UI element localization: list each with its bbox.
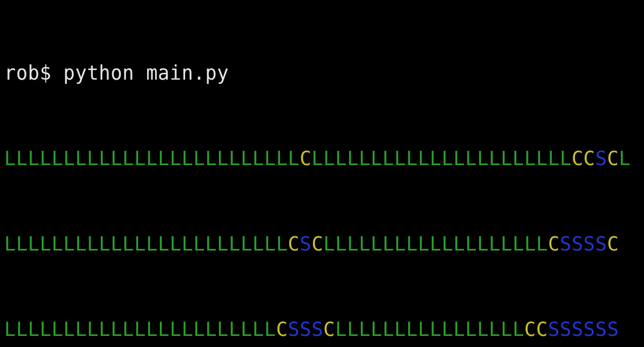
tile-L: LLLLLLLLLLLLLLLLLLLLLL — [312, 147, 572, 170]
tile-L: LLLLLLLLLLLLLLLLLLLLLLLL — [4, 233, 288, 255]
shell-prompt: rob$ — [4, 62, 52, 84]
tile-C: CC — [524, 318, 548, 341]
command-text: python main.py — [63, 62, 229, 84]
tile-C: CC — [572, 147, 595, 170]
tile-C: C — [323, 318, 335, 341]
tile-C: C — [607, 233, 619, 255]
tile-S: S — [595, 147, 607, 170]
tile-S: SSSSSS — [548, 318, 619, 341]
tile-L: LLLLLLLLLLLLLLLLLLLLLLLLL — [4, 147, 300, 170]
tile-S: SSSS — [560, 233, 607, 255]
tile-S: S — [300, 233, 311, 255]
tile-C: C — [312, 233, 323, 255]
tile-S: SSS — [288, 318, 323, 341]
tile-L: LLLLLLLLLLLLLLLLLLL — [323, 233, 548, 255]
tile-C: C — [300, 147, 311, 170]
output-row: LLLLLLLLLLLLLLLLLLLLLLLCSSSCLLLLLLLLLLLL… — [4, 315, 640, 344]
tile-C: C — [607, 147, 619, 170]
output-row: LLLLLLLLLLLLLLLLLLLLLLLLCSCLLLLLLLLLLLLL… — [4, 230, 640, 258]
output-row: LLLLLLLLLLLLLLLLLLLLLLLLLCLLLLLLLLLLLLLL… — [4, 144, 640, 173]
tile-C: C — [288, 233, 300, 255]
tile-C: C — [548, 233, 560, 255]
command-line: rob$ python main.py — [4, 59, 640, 88]
terminal-window[interactable]: rob$ python main.py LLLLLLLLLLLLLLLLLLLL… — [0, 0, 644, 347]
tile-C: C — [276, 318, 287, 341]
tile-L: L — [619, 147, 630, 170]
tile-L: LLLLLLLLLLLLLLLL — [335, 318, 525, 341]
tile-L: LLLLLLLLLLLLLLLLLLLLLLL — [4, 318, 276, 341]
